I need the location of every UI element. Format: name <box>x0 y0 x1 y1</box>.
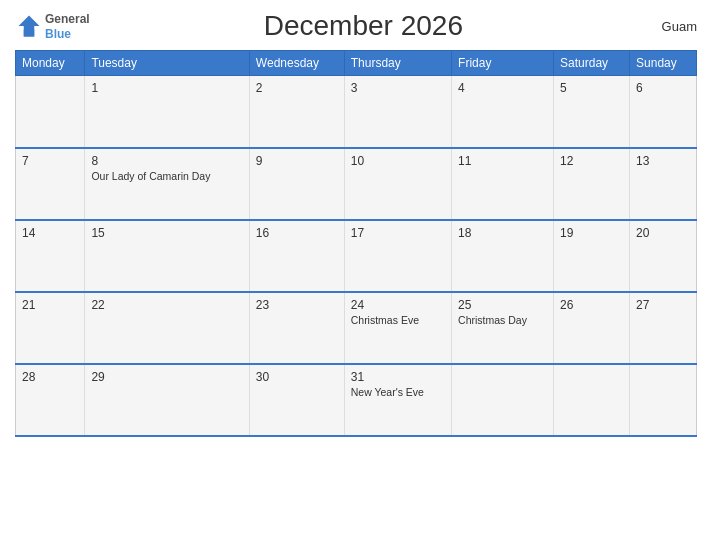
day-number: 27 <box>636 298 690 312</box>
col-saturday: Saturday <box>554 51 630 76</box>
day-number: 31 <box>351 370 445 384</box>
calendar-page: General Blue December 2026 Guam Monday T… <box>0 0 712 550</box>
day-number: 26 <box>560 298 623 312</box>
calendar-cell: 16 <box>249 220 344 292</box>
day-number: 10 <box>351 154 445 168</box>
col-monday: Monday <box>16 51 85 76</box>
calendar-cell: 31New Year's Eve <box>344 364 451 436</box>
calendar-table: Monday Tuesday Wednesday Thursday Friday… <box>15 50 697 437</box>
calendar-week-5: 28293031New Year's Eve <box>16 364 697 436</box>
day-number: 21 <box>22 298 78 312</box>
day-number: 23 <box>256 298 338 312</box>
calendar-cell: 22 <box>85 292 249 364</box>
day-number: 6 <box>636 81 690 95</box>
calendar-cell <box>554 364 630 436</box>
calendar-cell: 1 <box>85 76 249 148</box>
calendar-cell: 24Christmas Eve <box>344 292 451 364</box>
col-thursday: Thursday <box>344 51 451 76</box>
calendar-cell <box>452 364 554 436</box>
day-number: 12 <box>560 154 623 168</box>
calendar-cell: 6 <box>630 76 697 148</box>
logo-general: General <box>45 12 90 26</box>
calendar-cell: 11 <box>452 148 554 220</box>
logo: General Blue <box>15 11 90 41</box>
day-number: 17 <box>351 226 445 240</box>
day-number: 4 <box>458 81 547 95</box>
day-number: 7 <box>22 154 78 168</box>
day-number: 29 <box>91 370 242 384</box>
day-number: 30 <box>256 370 338 384</box>
day-number: 11 <box>458 154 547 168</box>
calendar-cell <box>16 76 85 148</box>
calendar-cell: 2 <box>249 76 344 148</box>
day-number: 19 <box>560 226 623 240</box>
page-header: General Blue December 2026 Guam <box>15 10 697 42</box>
day-number: 22 <box>91 298 242 312</box>
calendar-week-2: 78Our Lady of Camarin Day910111213 <box>16 148 697 220</box>
page-title: December 2026 <box>90 10 637 42</box>
calendar-cell: 21 <box>16 292 85 364</box>
calendar-cell: 10 <box>344 148 451 220</box>
day-number: 15 <box>91 226 242 240</box>
calendar-cell: 26 <box>554 292 630 364</box>
calendar-cell: 23 <box>249 292 344 364</box>
day-number: 5 <box>560 81 623 95</box>
calendar-cell: 18 <box>452 220 554 292</box>
day-number: 25 <box>458 298 547 312</box>
col-wednesday: Wednesday <box>249 51 344 76</box>
day-number: 24 <box>351 298 445 312</box>
calendar-cell: 29 <box>85 364 249 436</box>
calendar-cell: 9 <box>249 148 344 220</box>
calendar-cell: 5 <box>554 76 630 148</box>
calendar-cell: 3 <box>344 76 451 148</box>
calendar-week-1: 123456 <box>16 76 697 148</box>
calendar-cell: 12 <box>554 148 630 220</box>
day-number: 3 <box>351 81 445 95</box>
calendar-cell: 20 <box>630 220 697 292</box>
col-tuesday: Tuesday <box>85 51 249 76</box>
day-number: 8 <box>91 154 242 168</box>
logo-text: General Blue <box>45 11 90 41</box>
col-friday: Friday <box>452 51 554 76</box>
day-number: 1 <box>91 81 242 95</box>
calendar-event: Our Lady of Camarin Day <box>91 170 242 184</box>
calendar-event: Christmas Day <box>458 314 547 328</box>
calendar-cell: 4 <box>452 76 554 148</box>
day-number: 13 <box>636 154 690 168</box>
calendar-week-3: 14151617181920 <box>16 220 697 292</box>
calendar-cell: 30 <box>249 364 344 436</box>
logo-icon <box>15 12 43 40</box>
calendar-body: 12345678Our Lady of Camarin Day910111213… <box>16 76 697 436</box>
calendar-cell: 25Christmas Day <box>452 292 554 364</box>
day-number: 9 <box>256 154 338 168</box>
day-number: 16 <box>256 226 338 240</box>
calendar-cell <box>630 364 697 436</box>
calendar-cell: 19 <box>554 220 630 292</box>
calendar-cell: 28 <box>16 364 85 436</box>
region-label: Guam <box>637 19 697 34</box>
calendar-cell: 7 <box>16 148 85 220</box>
calendar-event: New Year's Eve <box>351 386 445 400</box>
day-number: 20 <box>636 226 690 240</box>
day-number: 28 <box>22 370 78 384</box>
day-number: 18 <box>458 226 547 240</box>
calendar-cell: 13 <box>630 148 697 220</box>
day-number: 2 <box>256 81 338 95</box>
weekday-header-row: Monday Tuesday Wednesday Thursday Friday… <box>16 51 697 76</box>
calendar-cell: 15 <box>85 220 249 292</box>
logo-blue: Blue <box>45 27 71 41</box>
calendar-header: Monday Tuesday Wednesday Thursday Friday… <box>16 51 697 76</box>
calendar-week-4: 21222324Christmas Eve25Christmas Day2627 <box>16 292 697 364</box>
calendar-event: Christmas Eve <box>351 314 445 328</box>
day-number: 14 <box>22 226 78 240</box>
svg-rect-2 <box>24 30 35 37</box>
calendar-cell: 8Our Lady of Camarin Day <box>85 148 249 220</box>
col-sunday: Sunday <box>630 51 697 76</box>
calendar-cell: 27 <box>630 292 697 364</box>
calendar-cell: 17 <box>344 220 451 292</box>
calendar-cell: 14 <box>16 220 85 292</box>
